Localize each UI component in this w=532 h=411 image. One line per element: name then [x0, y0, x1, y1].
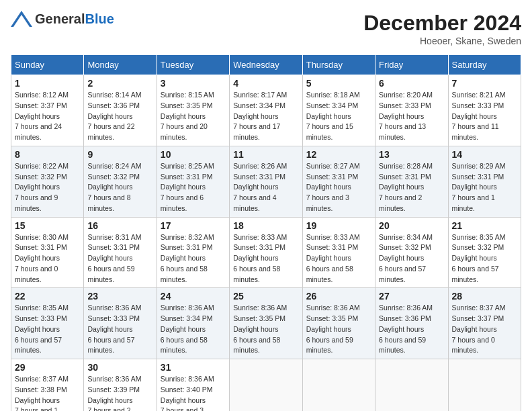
day-number: 14 — [452, 149, 517, 160]
daylight-value: 7 hours and 15 minutes. — [306, 122, 353, 141]
sunrise-label: Sunrise: 8:36 AM — [87, 304, 141, 312]
sunrise-label: Sunrise: 8:29 AM — [452, 162, 506, 170]
table-row: 7 Sunrise: 8:21 AM Sunset: 3:33 PM Dayli… — [448, 75, 521, 146]
day-info: Sunrise: 8:25 AM Sunset: 3:31 PM Dayligh… — [161, 161, 226, 214]
daylight-label: Daylight hours — [233, 183, 278, 191]
day-number: 8 — [15, 149, 80, 160]
table-row: 18 Sunrise: 8:33 AM Sunset: 3:31 PM Dayl… — [230, 217, 302, 288]
sunset-label: Sunset: 3:32 PM — [452, 243, 504, 251]
daylight-value: 6 hours and 59 minutes. — [379, 336, 426, 355]
calendar-week-row: 22 Sunrise: 8:35 AM Sunset: 3:33 PM Dayl… — [11, 288, 521, 359]
table-row: 11 Sunrise: 8:26 AM Sunset: 3:31 PM Dayl… — [230, 146, 302, 217]
sunset-label: Sunset: 3:31 PM — [233, 243, 285, 251]
day-info: Sunrise: 8:36 AM Sunset: 3:33 PM Dayligh… — [87, 303, 152, 356]
sunrise-label: Sunrise: 8:27 AM — [306, 162, 360, 170]
day-number: 19 — [306, 220, 371, 231]
title-block: December 2024 Hoeoer, Skane, Sweden — [363, 11, 521, 46]
daylight-label: Daylight hours — [379, 254, 424, 262]
daylight-value: 6 hours and 59 minutes. — [87, 265, 134, 283]
sunset-label: Sunset: 3:35 PM — [306, 314, 359, 322]
day-number: 6 — [379, 78, 444, 89]
day-number: 7 — [452, 78, 517, 89]
sunset-label: Sunset: 3:34 PM — [233, 101, 285, 109]
daylight-value: 7 hours and 22 minutes. — [87, 122, 134, 141]
header-tuesday: Tuesday — [157, 55, 229, 75]
table-row: 27 Sunrise: 8:36 AM Sunset: 3:36 PM Dayl… — [375, 288, 448, 359]
day-number: 25 — [233, 291, 298, 302]
day-info: Sunrise: 8:30 AM Sunset: 3:31 PM Dayligh… — [15, 232, 80, 285]
day-info: Sunrise: 8:17 AM Sunset: 3:34 PM Dayligh… — [233, 90, 298, 143]
sunrise-label: Sunrise: 8:33 AM — [233, 233, 287, 241]
calendar-week-row: 8 Sunrise: 8:22 AM Sunset: 3:32 PM Dayli… — [11, 146, 521, 217]
daylight-label: Daylight hours — [233, 325, 278, 333]
day-info: Sunrise: 8:37 AM Sunset: 3:38 PM Dayligh… — [15, 374, 80, 411]
sunrise-label: Sunrise: 8:36 AM — [379, 304, 433, 312]
day-info: Sunrise: 8:34 AM Sunset: 3:32 PM Dayligh… — [379, 232, 444, 285]
daylight-label: Daylight hours — [452, 183, 497, 191]
daylight-value: 6 hours and 59 minutes. — [306, 336, 353, 355]
day-info: Sunrise: 8:36 AM Sunset: 3:36 PM Dayligh… — [379, 303, 444, 356]
day-info: Sunrise: 8:12 AM Sunset: 3:37 PM Dayligh… — [15, 90, 80, 143]
day-info: Sunrise: 8:36 AM Sunset: 3:40 PM Dayligh… — [161, 374, 226, 411]
day-info: Sunrise: 8:36 AM Sunset: 3:35 PM Dayligh… — [233, 303, 298, 356]
sunrise-label: Sunrise: 8:36 AM — [233, 304, 287, 312]
day-info: Sunrise: 8:15 AM Sunset: 3:35 PM Dayligh… — [161, 90, 226, 143]
logo-icon — [11, 11, 32, 27]
day-number: 26 — [306, 291, 371, 302]
sunrise-label: Sunrise: 8:31 AM — [87, 233, 141, 241]
sunset-label: Sunset: 3:37 PM — [452, 314, 504, 322]
daylight-label: Daylight hours — [15, 254, 60, 262]
sunset-label: Sunset: 3:33 PM — [452, 101, 504, 109]
sunset-label: Sunset: 3:33 PM — [15, 314, 67, 322]
day-number: 9 — [87, 149, 152, 160]
day-info: Sunrise: 8:29 AM Sunset: 3:31 PM Dayligh… — [452, 161, 517, 214]
daylight-value: 6 hours and 58 minutes. — [233, 265, 280, 283]
sunrise-label: Sunrise: 8:20 AM — [379, 91, 433, 99]
table-row: 24 Sunrise: 8:36 AM Sunset: 3:34 PM Dayl… — [157, 288, 229, 359]
daylight-value: 6 hours and 57 minutes. — [15, 336, 62, 355]
day-info: Sunrise: 8:27 AM Sunset: 3:31 PM Dayligh… — [306, 161, 371, 214]
daylight-value: 7 hours and 0 minutes. — [15, 265, 58, 283]
day-number: 24 — [161, 291, 226, 302]
day-number: 18 — [233, 220, 298, 231]
header-sunday: Sunday — [11, 55, 84, 75]
sunrise-label: Sunrise: 8:34 AM — [379, 233, 433, 241]
table-row: 5 Sunrise: 8:18 AM Sunset: 3:34 PM Dayli… — [302, 75, 375, 146]
table-row: 20 Sunrise: 8:34 AM Sunset: 3:32 PM Dayl… — [375, 217, 448, 288]
calendar-week-row: 15 Sunrise: 8:30 AM Sunset: 3:31 PM Dayl… — [11, 217, 521, 288]
table-row: 30 Sunrise: 8:36 AM Sunset: 3:39 PM Dayl… — [84, 359, 157, 412]
day-info: Sunrise: 8:37 AM Sunset: 3:37 PM Dayligh… — [452, 303, 517, 356]
sunset-label: Sunset: 3:31 PM — [87, 243, 140, 251]
daylight-value: 7 hours and 3 minutes. — [306, 193, 349, 212]
day-info: Sunrise: 8:21 AM Sunset: 3:33 PM Dayligh… — [452, 90, 517, 143]
day-info: Sunrise: 8:18 AM Sunset: 3:34 PM Dayligh… — [306, 90, 371, 143]
table-row: 6 Sunrise: 8:20 AM Sunset: 3:33 PM Dayli… — [375, 75, 448, 146]
header-saturday: Saturday — [448, 55, 521, 75]
day-number: 13 — [379, 149, 444, 160]
sunset-label: Sunset: 3:39 PM — [87, 385, 140, 394]
daylight-value: 6 hours and 57 minutes. — [87, 336, 134, 355]
sunrise-label: Sunrise: 8:35 AM — [452, 233, 506, 241]
day-info: Sunrise: 8:28 AM Sunset: 3:31 PM Dayligh… — [379, 161, 444, 214]
daylight-value: 7 hours and 3 minutes. — [161, 406, 204, 411]
sunrise-label: Sunrise: 8:37 AM — [15, 375, 69, 383]
sunset-label: Sunset: 3:34 PM — [161, 314, 213, 322]
sunset-label: Sunset: 3:35 PM — [233, 314, 285, 322]
table-row: 19 Sunrise: 8:33 AM Sunset: 3:31 PM Dayl… — [302, 217, 375, 288]
sunset-label: Sunset: 3:31 PM — [233, 173, 285, 181]
sunrise-label: Sunrise: 8:28 AM — [379, 162, 433, 170]
sunset-label: Sunset: 3:32 PM — [15, 173, 67, 181]
table-row: 29 Sunrise: 8:37 AM Sunset: 3:38 PM Dayl… — [11, 359, 84, 412]
day-info: Sunrise: 8:35 AM Sunset: 3:33 PM Dayligh… — [15, 303, 80, 356]
daylight-label: Daylight hours — [161, 325, 206, 333]
daylight-label: Daylight hours — [233, 112, 278, 120]
daylight-label: Daylight hours — [306, 254, 351, 262]
header-friday: Friday — [375, 55, 448, 75]
daylight-label: Daylight hours — [379, 183, 424, 191]
day-number: 10 — [161, 149, 226, 160]
daylight-value: 6 hours and 58 minutes. — [233, 336, 280, 355]
sunset-label: Sunset: 3:40 PM — [161, 385, 213, 394]
header-monday: Monday — [84, 55, 157, 75]
sunset-label: Sunset: 3:36 PM — [379, 314, 431, 322]
day-number: 15 — [15, 220, 80, 231]
